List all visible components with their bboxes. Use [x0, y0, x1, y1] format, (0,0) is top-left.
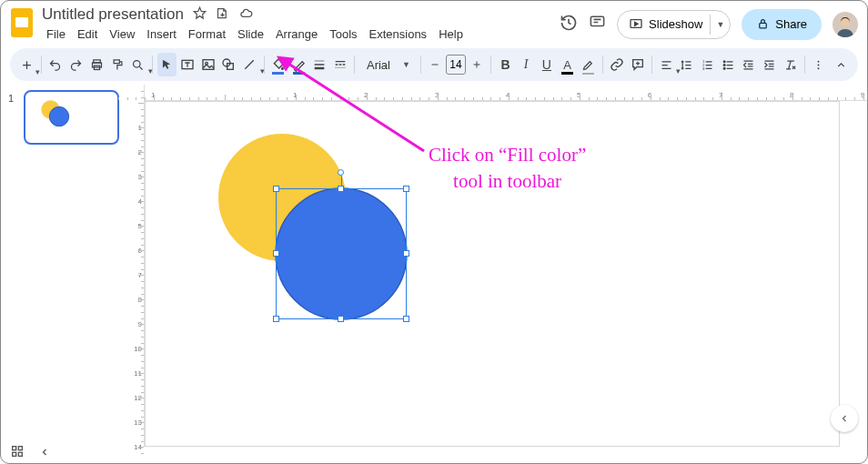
share-label: Share	[775, 17, 807, 31]
text-color-button[interactable]: A	[558, 53, 577, 76]
resize-handle[interactable]	[403, 250, 409, 257]
svg-point-67	[818, 60, 820, 62]
resize-handle[interactable]	[338, 316, 344, 322]
more-options-button[interactable]	[810, 53, 829, 76]
slide-panel: 1	[1, 85, 128, 447]
italic-button[interactable]: I	[517, 53, 536, 76]
rotate-handle[interactable]	[338, 169, 344, 176]
resize-handle[interactable]	[403, 316, 409, 322]
horizontal-ruler: 1123456789	[145, 85, 867, 101]
image-button[interactable]	[198, 53, 217, 76]
menu-tools[interactable]: Tools	[325, 25, 361, 43]
menu-slide[interactable]: Slide	[233, 25, 268, 43]
collapse-toolbar-button[interactable]	[832, 53, 851, 76]
collapse-filmstrip-button[interactable]	[39, 445, 50, 461]
svg-point-52	[723, 64, 725, 66]
star-icon[interactable]	[193, 6, 207, 24]
slides-logo-icon	[10, 7, 34, 38]
grid-view-button[interactable]	[10, 444, 25, 462]
line-spacing-button[interactable]	[677, 53, 696, 76]
highlight-button[interactable]	[579, 53, 598, 76]
menu-view[interactable]: View	[105, 25, 139, 43]
svg-rect-76	[18, 452, 22, 456]
undo-button[interactable]	[46, 53, 66, 76]
paint-format-button[interactable]	[108, 53, 127, 76]
indent-increase-button[interactable]	[760, 53, 779, 76]
menu-bar: File Edit View Insert Format Slide Arran…	[42, 24, 468, 43]
svg-line-16	[140, 66, 143, 69]
bold-button[interactable]: B	[496, 53, 515, 76]
fontsize-decrease[interactable]	[426, 53, 445, 76]
history-icon[interactable]	[560, 14, 578, 35]
redo-button[interactable]	[66, 53, 86, 76]
menu-extensions[interactable]: Extensions	[365, 25, 432, 43]
svg-line-24	[245, 60, 253, 68]
border-dash-button[interactable]	[330, 53, 349, 76]
vertical-ruler: 1234567891011121314	[128, 85, 145, 447]
link-button[interactable]	[608, 53, 627, 76]
svg-rect-75	[13, 452, 16, 456]
numbered-list-button[interactable]: 123	[698, 53, 717, 76]
svg-point-68	[818, 64, 820, 66]
textbox-button[interactable]	[178, 53, 197, 76]
align-button[interactable]: ▾	[657, 53, 676, 76]
resize-handle[interactable]	[273, 250, 279, 257]
document-title[interactable]: Untitled presentation	[42, 5, 184, 24]
print-button[interactable]	[87, 53, 106, 76]
slide-number: 1	[8, 93, 14, 104]
share-button[interactable]: Share	[742, 9, 822, 40]
line-button[interactable]: ▾	[240, 53, 259, 76]
explore-button[interactable]	[831, 405, 858, 432]
cloud-status-icon[interactable]	[238, 6, 254, 24]
resize-handle[interactable]	[403, 186, 409, 192]
fill-color-button[interactable]	[268, 53, 288, 76]
menu-format[interactable]: Format	[184, 25, 230, 43]
shape-button[interactable]	[219, 53, 238, 76]
new-slide-button[interactable]: ▾	[17, 53, 36, 76]
svg-point-69	[818, 67, 820, 69]
svg-point-71	[49, 106, 68, 126]
svg-rect-14	[114, 59, 119, 63]
border-color-button[interactable]	[289, 53, 308, 76]
zoom-button[interactable]: ▾	[128, 53, 147, 76]
comments-icon[interactable]	[589, 14, 606, 35]
svg-line-63	[789, 61, 792, 69]
indent-decrease-button[interactable]	[740, 53, 759, 76]
move-icon[interactable]	[216, 6, 229, 24]
select-tool[interactable]	[157, 53, 177, 76]
svg-rect-3	[590, 16, 603, 25]
resize-handle[interactable]	[273, 316, 279, 322]
title-bar: Untitled presentation File Edit View Ins…	[1, 1, 867, 43]
chevron-down-icon[interactable]: ▼	[716, 20, 724, 29]
comment-button[interactable]	[628, 53, 647, 76]
menu-insert[interactable]: Insert	[142, 25, 181, 43]
annotation-text: Click on “Fill color” tool in toolbar	[429, 142, 586, 196]
underline-button[interactable]: U	[538, 53, 557, 76]
menu-help[interactable]: Help	[434, 25, 468, 43]
slideshow-button[interactable]: Slideshow ▼	[617, 10, 731, 39]
menu-arrange[interactable]: Arrange	[271, 25, 322, 43]
clear-formatting-button[interactable]	[781, 53, 800, 76]
slide-thumbnail-1[interactable]	[24, 90, 119, 145]
svg-rect-74	[18, 447, 22, 450]
svg-marker-2	[194, 7, 206, 18]
svg-rect-73	[13, 447, 16, 450]
border-weight-button[interactable]	[310, 53, 329, 76]
fontsize-increase[interactable]	[468, 53, 487, 76]
resize-handle[interactable]	[338, 186, 344, 192]
selection-box[interactable]	[276, 188, 407, 319]
svg-rect-7	[760, 23, 767, 28]
font-name: Arial	[367, 58, 390, 72]
svg-text:3: 3	[702, 66, 705, 70]
font-select[interactable]: Arial▼	[359, 54, 416, 76]
border-color-swatch	[293, 72, 305, 75]
bottom-bar	[1, 443, 867, 463]
fill-color-swatch	[272, 72, 284, 75]
bulleted-list-button[interactable]	[719, 53, 738, 76]
fontsize-input[interactable]: 14	[446, 55, 465, 75]
menu-edit[interactable]: Edit	[73, 25, 102, 43]
resize-handle[interactable]	[273, 186, 279, 192]
menu-file[interactable]: File	[42, 25, 70, 43]
svg-rect-1	[15, 17, 28, 27]
user-avatar[interactable]	[833, 12, 858, 37]
